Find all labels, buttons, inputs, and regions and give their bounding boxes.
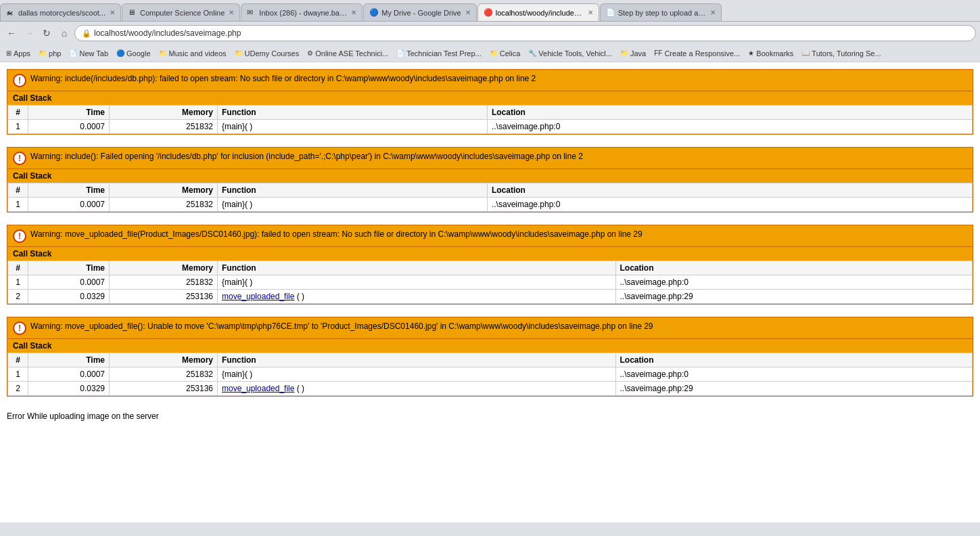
cell-num: 1 bbox=[8, 198, 28, 212]
bookmark-item[interactable]: 📄New Tab bbox=[66, 48, 112, 59]
call-stack-label: Call Stack bbox=[7, 91, 973, 105]
tab-label: Step by step to upload an... bbox=[618, 9, 706, 17]
bookmark-item[interactable]: 📁Java bbox=[617, 48, 649, 59]
cell-time: 0.0007 bbox=[28, 275, 110, 290]
col-header-location: Location bbox=[615, 353, 972, 367]
bookmark-label: Tutors, Tutoring Se... bbox=[812, 49, 881, 58]
bookmark-item[interactable]: ⚙Online ASE Technici... bbox=[304, 48, 392, 59]
bookmark-item[interactable]: 📁Celica bbox=[486, 48, 524, 59]
bookmark-item[interactable]: 📁UDemy Courses bbox=[231, 48, 303, 59]
tab-favicon: 🔴 bbox=[484, 8, 493, 18]
bookmark-label: New Tab bbox=[79, 49, 108, 58]
address-bar[interactable]: 🔒 localhost/woody/includes/saveimage.php bbox=[74, 25, 976, 41]
cell-location: ..\saveimage.php:0 bbox=[487, 198, 972, 212]
tab-label: My Drive - Google Drive bbox=[381, 9, 461, 17]
cell-function[interactable]: move_uploaded_file ( ) bbox=[218, 382, 616, 396]
bookmark-item[interactable]: 📁Music and videos bbox=[156, 48, 230, 59]
bookmark-icon: 📄 bbox=[69, 49, 77, 57]
cell-function[interactable]: move_uploaded_file ( ) bbox=[218, 290, 616, 304]
error-block-1: !Warning: include(/includes/db.php): fai… bbox=[7, 69, 973, 135]
table-row: 10.0007251832{main}( )..\saveimage.php:0 bbox=[8, 198, 973, 212]
cell-num: 1 bbox=[8, 367, 28, 382]
tab-label: Computer Science Online bbox=[140, 9, 225, 17]
cell-num: 1 bbox=[8, 275, 28, 290]
col-header-function: Function bbox=[218, 353, 616, 367]
tab-close-icon[interactable]: ✕ bbox=[110, 9, 115, 16]
error-bang-icon: ! bbox=[13, 74, 26, 87]
table-row: 10.0007251832{main}( )..\saveimage.php:0 bbox=[8, 275, 973, 290]
col-header-memory: Memory bbox=[110, 183, 218, 198]
error-message: Warning: include(/includes/db.php): fail… bbox=[30, 73, 536, 85]
bookmark-icon: 📁 bbox=[235, 49, 243, 57]
page-content: !Warning: include(/includes/db.php): fai… bbox=[0, 62, 980, 522]
tab-label: dallas motorcycles/scoot... bbox=[18, 9, 106, 17]
browser-tab-tab5[interactable]: 🔴localhost/woody/includes...✕ bbox=[477, 3, 599, 21]
col-header-location: Location bbox=[615, 261, 972, 275]
tab-close-icon[interactable]: ✕ bbox=[465, 9, 471, 16]
error-message: Warning: include(): Failed opening '/inc… bbox=[30, 151, 583, 162]
bookmark-label: Online ASE Technici... bbox=[315, 49, 388, 58]
col-header-time: Time bbox=[28, 183, 110, 198]
bookmark-item[interactable]: ★Bookmarks bbox=[745, 48, 797, 59]
tab-favicon: ✉ bbox=[247, 8, 256, 18]
bookmarks-bar: ⊞Apps📁php📄New Tab🔵Google📁Music and video… bbox=[0, 45, 980, 62]
reload-button[interactable]: ↻ bbox=[39, 26, 54, 41]
bookmark-item[interactable]: 🔧Vehicle Tools, Vehicl... bbox=[525, 48, 615, 59]
bookmark-label: Technician Test Prep... bbox=[406, 49, 481, 58]
function-link[interactable]: move_uploaded_file bbox=[222, 292, 294, 301]
tab-close-icon[interactable]: ✕ bbox=[588, 9, 593, 16]
bookmark-icon: ★ bbox=[748, 49, 754, 57]
cell-memory: 251832 bbox=[110, 120, 218, 134]
browser-tab-tab3[interactable]: ✉Inbox (286) - dwayne.bar...✕ bbox=[241, 3, 363, 21]
lock-icon: 🔒 bbox=[82, 29, 91, 38]
cell-time: 0.0007 bbox=[28, 198, 110, 212]
function-link[interactable]: move_uploaded_file bbox=[222, 384, 294, 393]
back-button[interactable]: ← bbox=[4, 26, 19, 41]
cell-time: 0.0329 bbox=[28, 382, 110, 396]
browser-tab-tab6[interactable]: 📄Step by step to upload an...✕ bbox=[600, 3, 722, 21]
col-header-location: Location bbox=[487, 106, 972, 120]
cell-time: 0.0007 bbox=[28, 120, 110, 134]
bookmark-item[interactable]: FFCreate a Responsive... bbox=[651, 48, 743, 59]
forward-button[interactable]: → bbox=[22, 26, 37, 41]
bookmark-label: Vehicle Tools, Vehicl... bbox=[538, 49, 612, 58]
error-header: !Warning: include(): Failed opening '/in… bbox=[7, 148, 973, 169]
tab-close-icon[interactable]: ✕ bbox=[351, 9, 356, 16]
cell-num: 2 bbox=[8, 382, 28, 396]
cell-num: 2 bbox=[8, 290, 28, 304]
table-row: 10.0007251832{main}( )..\saveimage.php:0 bbox=[8, 120, 973, 134]
bookmark-label: Celica bbox=[500, 49, 521, 58]
browser-tab-tab2[interactable]: 🖥Computer Science Online✕ bbox=[122, 3, 240, 21]
col-header-time: Time bbox=[28, 261, 110, 275]
home-button[interactable]: ⌂ bbox=[57, 26, 72, 41]
col-header-function: Function bbox=[218, 106, 488, 120]
cell-memory: 251832 bbox=[110, 275, 218, 290]
bookmark-item[interactable]: 📁php bbox=[35, 48, 64, 59]
tab-favicon: 🔵 bbox=[369, 8, 379, 18]
error-bang-icon: ! bbox=[13, 152, 26, 165]
cell-function: {main}( ) bbox=[218, 198, 488, 212]
tab-close-icon[interactable]: ✕ bbox=[710, 9, 716, 16]
error-block-4: !Warning: move_uploaded_file(): Unable t… bbox=[7, 317, 973, 397]
bookmark-item[interactable]: ⊞Apps bbox=[3, 48, 34, 59]
browser-tab-tab4[interactable]: 🔵My Drive - Google Drive✕ bbox=[363, 3, 476, 21]
bookmark-label: Google bbox=[126, 49, 150, 58]
error-block-3: !Warning: move_uploaded_file(Product_Ima… bbox=[7, 225, 973, 305]
table-row: 20.0329253136move_uploaded_file ( )..\sa… bbox=[8, 382, 973, 396]
tab-close-icon[interactable]: ✕ bbox=[229, 9, 234, 16]
tab-favicon: 🏍 bbox=[6, 8, 16, 18]
error-table: #TimeMemoryFunctionLocation10.0007251832… bbox=[7, 353, 973, 396]
bookmark-label: UDemy Courses bbox=[245, 49, 300, 58]
bookmark-icon: 🔵 bbox=[116, 49, 124, 57]
col-header-#: # bbox=[8, 106, 28, 120]
col-header-#: # bbox=[8, 353, 28, 367]
bookmark-icon: 📁 bbox=[159, 49, 167, 57]
bookmark-label: Java bbox=[630, 49, 646, 58]
bookmark-item[interactable]: 🔵Google bbox=[113, 48, 154, 59]
browser-tab-tab1[interactable]: 🏍dallas motorcycles/scoot...✕ bbox=[0, 3, 121, 21]
bookmark-item[interactable]: 📄Technician Test Prep... bbox=[393, 48, 484, 59]
error-block-2: !Warning: include(): Failed opening '/in… bbox=[7, 147, 973, 213]
bookmark-item[interactable]: 📖Tutors, Tutoring Se... bbox=[798, 48, 884, 59]
bookmark-label: php bbox=[49, 49, 61, 58]
error-header: !Warning: include(/includes/db.php): fai… bbox=[7, 70, 973, 91]
